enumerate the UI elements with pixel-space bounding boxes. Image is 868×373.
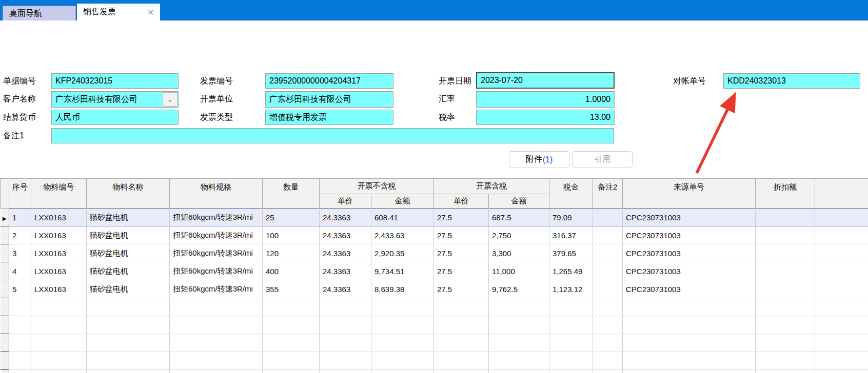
cell-incl-unit-price[interactable]: 27.5	[434, 262, 489, 280]
cell-discount[interactable]	[756, 209, 815, 226]
cell-qty[interactable]: 100	[263, 226, 320, 244]
cell-material-name[interactable]: 猫砂盆电机	[87, 209, 170, 226]
cell-excl-amount[interactable]: 2,920.35	[371, 244, 434, 262]
cell-remark2[interactable]	[593, 226, 623, 244]
cell-material-no[interactable]: LXX0163	[31, 226, 87, 244]
cell-excl-amount[interactable]: 608.41	[371, 209, 434, 226]
cell-excl-amount[interactable]: 9,734.51	[371, 262, 434, 280]
cell-incl-unit-price[interactable]: 27.5	[434, 226, 489, 244]
col-header-excl-unit-price[interactable]: 单价	[320, 194, 371, 209]
col-header-material-name[interactable]: 物料名称	[87, 179, 170, 209]
cell-qty[interactable]: 25	[263, 209, 320, 226]
cell-remark2[interactable]	[593, 209, 623, 226]
cell-excl-unit-price[interactable]: 24.3363	[320, 244, 371, 262]
cell-remark2[interactable]	[593, 244, 623, 262]
cell-excl-amount[interactable]: 8,639.38	[371, 280, 434, 298]
cell-material-no[interactable]: LXX0163	[31, 244, 87, 262]
tab-sales-invoice[interactable]: 销售发票 ×	[77, 4, 160, 20]
cell-discount[interactable]	[756, 244, 815, 262]
cell-qty[interactable]: 120	[263, 244, 320, 262]
cell-qty[interactable]: 400	[263, 262, 320, 280]
cell-tax[interactable]: 316.37	[549, 226, 593, 244]
col-header-discount[interactable]: 折扣额	[756, 179, 815, 209]
cell-source-no[interactable]: CPC230731003	[623, 280, 756, 298]
col-group-excl-tax[interactable]: 开票不含税	[320, 179, 434, 194]
col-header-tax[interactable]: 税金	[549, 179, 593, 209]
row-selector[interactable]	[1, 226, 9, 244]
remark1-field[interactable]	[51, 128, 614, 143]
col-header-incl-amount[interactable]: 金额	[489, 194, 549, 209]
cell-material-name[interactable]: 猫砂盆电机	[87, 244, 170, 262]
col-header-material-spec[interactable]: 物料规格	[170, 179, 263, 209]
cell-material-no[interactable]: LXX0163	[31, 262, 87, 280]
cell-material-no[interactable]: LXX0163	[31, 280, 87, 298]
cell-seq[interactable]: 5	[9, 280, 31, 298]
cell-incl-amount[interactable]: 687.5	[489, 209, 549, 226]
row-selector[interactable]	[1, 244, 9, 262]
cell-incl-amount[interactable]: 9,762.5	[489, 280, 549, 298]
cell-tax[interactable]: 79.09	[549, 209, 593, 226]
cell-remark2[interactable]	[593, 280, 623, 298]
cell-material-name[interactable]: 猫砂盆电机	[87, 262, 170, 280]
col-header-excl-amount[interactable]: 金额	[371, 194, 434, 209]
tab-desktop-navigation[interactable]: 桌面导航	[3, 6, 76, 20]
cell-discount[interactable]	[756, 226, 815, 244]
invoice-date-field[interactable]: 2023-07-20	[476, 72, 615, 89]
row-selector[interactable]	[1, 280, 9, 298]
col-header-qty[interactable]: 数量	[263, 179, 320, 209]
cell-excl-unit-price[interactable]: 24.3363	[320, 226, 371, 244]
exchange-rate-field[interactable]: 1.0000	[476, 91, 615, 108]
col-header-material-no[interactable]: 物料编号	[31, 179, 87, 209]
cell-material-spec[interactable]: 扭矩60kgcm/转速3R/mi	[170, 209, 263, 226]
invoice-unit-field[interactable]: 广东杉田科技有限公司	[265, 91, 393, 108]
customer-combobox[interactable]: 广东杉田科技有限公司 ⌄	[51, 91, 179, 108]
cell-tax[interactable]: 1,265.49	[549, 262, 593, 280]
currency-field[interactable]: 人民币	[51, 110, 179, 125]
cell-excl-unit-price[interactable]: 24.3363	[320, 280, 371, 298]
cell-material-spec[interactable]: 扭矩60kgcm/转速3R/mi	[170, 280, 263, 298]
cell-incl-amount[interactable]: 2,750	[489, 226, 549, 244]
col-group-incl-tax[interactable]: 开票含税	[434, 179, 549, 194]
cell-incl-unit-price[interactable]: 27.5	[434, 244, 489, 262]
row-selector[interactable]: ▶	[1, 209, 9, 226]
cell-material-name[interactable]: 猫砂盆电机	[87, 280, 170, 298]
cell-tax[interactable]: 379.65	[549, 244, 593, 262]
cell-source-no[interactable]: CPC230731003	[623, 209, 756, 226]
cell-seq[interactable]: 3	[9, 244, 31, 262]
chevron-down-icon[interactable]: ⌄	[163, 92, 177, 107]
cell-incl-unit-price[interactable]: 27.5	[434, 280, 489, 298]
tax-rate-field[interactable]: 13.00	[476, 110, 615, 125]
cell-material-spec[interactable]: 扭矩60kgcm/转速3R/mi	[170, 244, 263, 262]
statement-no-field[interactable]: KDD240323013	[723, 73, 860, 89]
cell-material-no[interactable]: LXX0163	[31, 209, 87, 226]
cell-incl-amount[interactable]: 11,000	[489, 262, 549, 280]
cell-incl-amount[interactable]: 3,300	[489, 244, 549, 262]
cell-seq[interactable]: 4	[9, 262, 31, 280]
cell-excl-unit-price[interactable]: 24.3363	[320, 262, 371, 280]
cell-source-no[interactable]: CPC230731003	[623, 262, 756, 280]
col-header-source-no[interactable]: 来源单号	[623, 179, 756, 209]
attachment-button[interactable]: 附件(1)	[509, 151, 569, 168]
col-header-remark2[interactable]: 备注2	[593, 179, 623, 209]
cell-seq[interactable]: 2	[9, 226, 31, 244]
cell-excl-unit-price[interactable]: 24.3363	[320, 209, 371, 226]
col-header-seq[interactable]: 序号	[9, 179, 31, 209]
cell-tax[interactable]: 1,123.12	[549, 280, 593, 298]
cell-discount[interactable]	[756, 280, 815, 298]
doc-no-field[interactable]: KFP240323015	[51, 73, 179, 89]
close-icon[interactable]: ×	[141, 7, 154, 17]
cell-remark2[interactable]	[593, 262, 623, 280]
cell-discount[interactable]	[756, 262, 815, 280]
cell-source-no[interactable]: CPC230731003	[623, 226, 756, 244]
invoice-type-field[interactable]: 增值税专用发票	[265, 110, 393, 125]
cell-material-spec[interactable]: 扭矩60kgcm/转速3R/mi	[170, 262, 263, 280]
reference-button[interactable]: 引用	[572, 151, 633, 168]
invoice-no-field[interactable]: 23952000000004204317	[265, 73, 393, 89]
col-header-incl-unit-price[interactable]: 单价	[434, 194, 489, 209]
cell-material-name[interactable]: 猫砂盆电机	[87, 226, 170, 244]
cell-seq[interactable]: 1	[9, 209, 31, 226]
cell-qty[interactable]: 355	[263, 280, 320, 298]
cell-source-no[interactable]: CPC230731003	[623, 244, 756, 262]
row-selector[interactable]	[1, 262, 9, 280]
cell-material-spec[interactable]: 扭矩60kgcm/转速3R/mi	[170, 226, 263, 244]
